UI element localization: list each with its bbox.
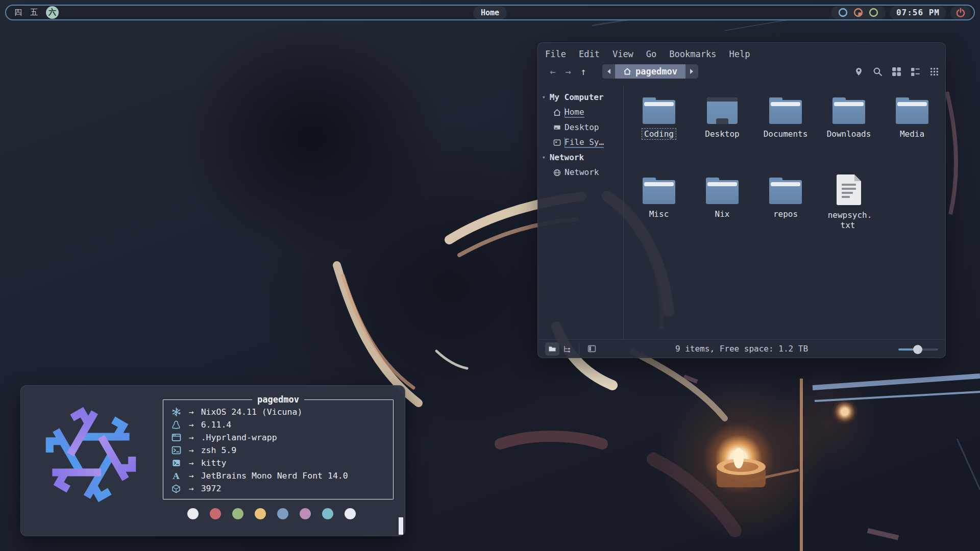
status-bar: 9 items, Free space: 1.2 TB xyxy=(538,339,945,358)
show-dirtree-button[interactable] xyxy=(559,342,574,356)
collapse-triangle-icon: ▾ xyxy=(542,94,546,101)
back-button[interactable]: ← xyxy=(545,66,560,77)
fetch-line-terminal: → kitty xyxy=(170,457,226,469)
arrow-separator: → xyxy=(189,484,194,493)
palette-swatch xyxy=(210,508,221,519)
list-view-icon[interactable] xyxy=(911,67,920,77)
font-icon: A xyxy=(170,471,182,481)
palette-swatch xyxy=(322,508,333,519)
fetch-line-os: → NixOS 24.11 (Vicuna) xyxy=(170,406,302,418)
arrow-separator: → xyxy=(189,445,194,455)
menu-help[interactable]: Help xyxy=(729,48,755,60)
location-pin-icon[interactable] xyxy=(854,67,864,77)
file-misc[interactable]: Misc xyxy=(629,178,689,219)
tray-green-circle-icon[interactable] xyxy=(869,8,878,17)
arrow-separator: → xyxy=(189,433,194,442)
fetch-line-kernel: → 6.11.4 xyxy=(170,418,231,431)
places-sidebar: ▾ My Computer Home Desktop xyxy=(538,86,624,339)
terminal-color-palette xyxy=(187,508,356,519)
file-nix[interactable]: Nix xyxy=(693,178,752,219)
power-icon xyxy=(955,8,966,18)
workspace-4[interactable]: 四 xyxy=(14,8,22,17)
palette-swatch xyxy=(187,508,199,519)
file-downloads[interactable]: Downloads xyxy=(819,97,878,139)
clock: 07:56 PM xyxy=(890,6,946,19)
tray-timer-icon[interactable] xyxy=(853,8,863,17)
menu-bookmarks[interactable]: Bookmarks xyxy=(669,48,722,60)
packages-icon xyxy=(172,484,181,493)
sidebar-item-filesystem[interactable]: File Sy… xyxy=(538,135,623,150)
terminal-cursor xyxy=(399,517,403,535)
workspace-6-active[interactable]: 六 xyxy=(46,6,59,19)
toggle-side-pane-button[interactable] xyxy=(584,342,599,356)
system-tray xyxy=(831,6,886,19)
side-pane-toggle-icon xyxy=(587,344,596,353)
items-summary: 9 items, Free space: 1.2 TB xyxy=(675,344,808,354)
menu-view[interactable]: View xyxy=(612,48,639,60)
palette-swatch xyxy=(255,508,266,519)
text-file-icon xyxy=(837,174,861,205)
hostname-title: pagedmov xyxy=(252,394,304,405)
nixos-logo xyxy=(34,399,148,510)
fetch-line-font: A → JetBrains Mono Nerd Font 14.0 xyxy=(170,469,348,482)
menubar: File Edit View Go Bookmarks Help xyxy=(538,43,945,62)
palette-swatch xyxy=(277,508,288,519)
palette-swatch xyxy=(300,508,311,519)
compact-view-icon[interactable] xyxy=(929,67,939,77)
icon-view-icon[interactable] xyxy=(892,67,901,77)
path-scroll-left-button[interactable] xyxy=(602,64,615,79)
file-newpsych-txt[interactable]: newpsych.txt xyxy=(819,178,878,231)
folder-icon xyxy=(832,97,865,124)
folder-icon xyxy=(706,178,739,204)
zoom-slider[interactable] xyxy=(898,344,938,354)
file-media[interactable]: Media xyxy=(883,97,942,139)
zoom-slider-handle[interactable] xyxy=(913,345,922,354)
linux-kernel-icon xyxy=(172,420,181,430)
workspace-5[interactable]: 五 xyxy=(30,8,38,17)
file-documents[interactable]: Documents xyxy=(756,97,815,139)
search-icon[interactable] xyxy=(873,67,883,77)
fetch-line-wm: → .Hyprland-wrapp xyxy=(170,431,277,444)
path-bar: pagedmov xyxy=(602,64,698,79)
path-segment-home[interactable]: pagedmov xyxy=(615,64,685,79)
file-repos[interactable]: repos xyxy=(756,178,815,219)
workspace-switcher: 四 五 六 xyxy=(6,6,64,19)
fastfetch-widget: pagedmov → NixOS 24.11 (Vicuna) → 6.11.4… xyxy=(20,385,405,536)
forward-button[interactable]: → xyxy=(560,66,576,77)
folder-icon xyxy=(643,97,675,124)
focused-window-title: Home xyxy=(473,6,507,19)
folder-icon xyxy=(896,97,928,124)
statusbar-separator xyxy=(579,343,579,355)
home-icon xyxy=(623,67,631,76)
arrow-separator: → xyxy=(189,471,194,481)
home-icon xyxy=(553,109,561,116)
arrow-separator: → xyxy=(189,420,194,430)
folder-icon xyxy=(769,178,802,204)
sidebar-section-network[interactable]: ▾ Network xyxy=(538,150,623,165)
sidebar-section-my-computer[interactable]: ▾ My Computer xyxy=(538,90,623,105)
sidebar-item-desktop[interactable]: Desktop xyxy=(538,120,623,135)
window-manager-icon xyxy=(172,433,181,442)
tray-blue-circle-icon[interactable] xyxy=(838,8,848,17)
menu-edit[interactable]: Edit xyxy=(579,48,605,60)
sidebar-item-home[interactable]: Home xyxy=(538,105,623,120)
menu-file[interactable]: File xyxy=(545,48,572,60)
desktop-folder-icon xyxy=(707,97,738,124)
up-button[interactable]: ↑ xyxy=(576,66,591,77)
globe-icon xyxy=(553,169,561,177)
file-coding[interactable]: Coding xyxy=(629,97,689,139)
fetch-line-shell: → zsh 5.9 xyxy=(170,444,236,457)
show-places-button[interactable] xyxy=(545,342,559,356)
folder-icon xyxy=(643,178,675,204)
palette-swatch xyxy=(345,508,356,519)
file-desktop[interactable]: Desktop xyxy=(693,97,752,139)
toolbar: ← → ↑ pagedmov xyxy=(538,62,945,83)
file-icon-view[interactable]: Coding Desktop Documents Downloads Media xyxy=(624,86,945,339)
top-status-bar: 四 五 六 Home 07:56 PM xyxy=(5,5,975,20)
power-button[interactable] xyxy=(950,6,971,19)
sidebar-item-network[interactable]: Network xyxy=(538,165,623,180)
palette-swatch xyxy=(232,508,243,519)
path-scroll-right-button[interactable] xyxy=(685,64,698,79)
file-manager-window: File Edit View Go Bookmarks Help ← → ↑ p… xyxy=(537,42,946,358)
menu-go[interactable]: Go xyxy=(646,48,662,60)
